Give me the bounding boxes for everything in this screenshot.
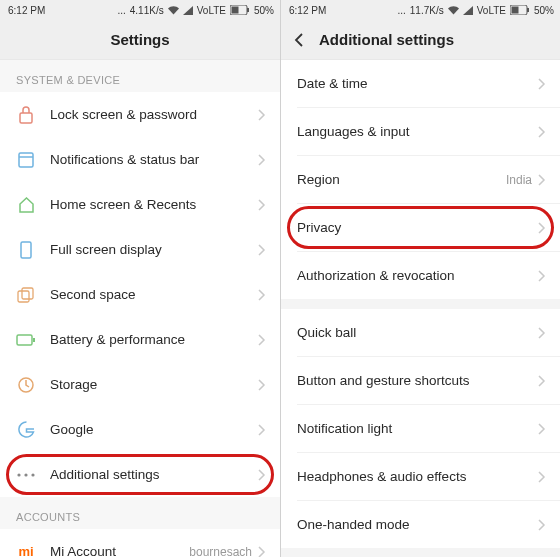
- svg-rect-9: [17, 335, 32, 345]
- row-privacy[interactable]: Privacy: [281, 204, 560, 251]
- row-one-handed[interactable]: One-handed mode: [281, 501, 560, 548]
- row-label: Notifications & status bar: [50, 152, 258, 167]
- mi-icon: mi: [16, 542, 36, 558]
- row-label: Home screen & Recents: [50, 197, 258, 212]
- row-second-space[interactable]: Second space: [0, 272, 280, 317]
- statusbar-icon: [16, 150, 36, 170]
- row-additional-settings[interactable]: Additional settings: [0, 452, 280, 497]
- row-lock-screen[interactable]: Lock screen & password: [0, 92, 280, 137]
- svg-rect-2: [231, 7, 238, 14]
- row-label: Storage: [50, 377, 258, 392]
- row-label: Additional settings: [50, 467, 258, 482]
- row-label: Button and gesture shortcuts: [297, 373, 538, 388]
- svg-rect-17: [511, 7, 518, 14]
- row-home-screen[interactable]: Home screen & Recents: [0, 182, 280, 227]
- display-icon: [16, 240, 36, 260]
- page-title: Settings: [110, 31, 169, 48]
- row-authorization[interactable]: Authorization & revocation: [281, 252, 560, 299]
- chevron-right-icon: [538, 78, 546, 90]
- svg-rect-6: [21, 242, 31, 258]
- row-region[interactable]: Region India: [281, 156, 560, 203]
- svg-rect-10: [33, 338, 35, 342]
- chevron-right-icon: [258, 199, 266, 211]
- chevron-right-icon: [258, 469, 266, 481]
- chevron-right-icon: [258, 334, 266, 346]
- row-label: Full screen display: [50, 242, 258, 257]
- row-storage[interactable]: Storage: [0, 362, 280, 407]
- row-label: Headphones & audio effects: [297, 469, 538, 484]
- row-label: Privacy: [297, 220, 538, 235]
- additional-settings-list: Date & time Languages & input Region Ind…: [281, 60, 560, 557]
- section-gap: [281, 299, 560, 309]
- row-google[interactable]: Google: [0, 407, 280, 452]
- row-quick-ball[interactable]: Quick ball: [281, 309, 560, 356]
- section-system-device: SYSTEM & DEVICE: [0, 60, 280, 92]
- svg-rect-1: [247, 8, 249, 12]
- status-bar: 6:12 PM ... 4.11K/s VoLTE 50%: [0, 0, 280, 20]
- row-button-gesture[interactable]: Button and gesture shortcuts: [281, 357, 560, 404]
- chevron-right-icon: [258, 424, 266, 436]
- app-bar: Additional settings: [281, 20, 560, 60]
- chevron-right-icon: [538, 270, 546, 282]
- battery-perf-icon: [16, 330, 36, 350]
- svg-point-12: [17, 473, 20, 476]
- svg-rect-8: [22, 288, 33, 299]
- wifi-icon: [448, 6, 459, 15]
- chevron-right-icon: [258, 244, 266, 256]
- chevron-right-icon: [258, 289, 266, 301]
- svg-rect-16: [527, 8, 529, 12]
- chevron-right-icon: [538, 519, 546, 531]
- row-label: Lock screen & password: [50, 107, 258, 122]
- row-battery[interactable]: Battery & performance: [0, 317, 280, 362]
- signal-icon: [463, 6, 473, 15]
- battery-icon: [230, 5, 250, 15]
- row-label: Authorization & revocation: [297, 268, 538, 283]
- settings-list: SYSTEM & DEVICE Lock screen & password N…: [0, 60, 280, 557]
- status-net: VoLTE: [477, 5, 506, 16]
- screen-settings: 6:12 PM ... 4.11K/s VoLTE 50% Settings S…: [0, 0, 280, 557]
- status-speed: 11.7K/s: [410, 5, 444, 16]
- row-mi-account[interactable]: mi Mi Account bournesach: [0, 529, 280, 557]
- battery-icon: [510, 5, 530, 15]
- row-notifications[interactable]: Notifications & status bar: [0, 137, 280, 182]
- chevron-right-icon: [258, 154, 266, 166]
- row-headphones[interactable]: Headphones & audio effects: [281, 453, 560, 500]
- chevron-right-icon: [538, 126, 546, 138]
- row-label: Battery & performance: [50, 332, 258, 347]
- status-time: 6:12 PM: [289, 5, 326, 16]
- svg-rect-4: [19, 153, 33, 167]
- more-icon: [16, 465, 36, 485]
- chevron-right-icon: [538, 222, 546, 234]
- second-space-icon: [16, 285, 36, 305]
- row-label: One-handed mode: [297, 517, 538, 532]
- screen-additional-settings: 6:12 PM ... 11.7K/s VoLTE 50% Additional…: [280, 0, 560, 557]
- chevron-right-icon: [258, 109, 266, 121]
- row-label: Region: [297, 172, 506, 187]
- chevron-right-icon: [538, 327, 546, 339]
- chevron-right-icon: [538, 423, 546, 435]
- row-languages[interactable]: Languages & input: [281, 108, 560, 155]
- signal-icon: [183, 6, 193, 15]
- storage-icon: [16, 375, 36, 395]
- status-net: VoLTE: [197, 5, 226, 16]
- row-full-screen[interactable]: Full screen display: [0, 227, 280, 272]
- row-label: Google: [50, 422, 258, 437]
- svg-rect-7: [18, 291, 29, 302]
- wifi-icon: [168, 6, 179, 15]
- row-date-time[interactable]: Date & time: [281, 60, 560, 107]
- svg-point-13: [24, 473, 27, 476]
- svg-point-14: [31, 473, 34, 476]
- row-label: Date & time: [297, 76, 538, 91]
- page-title: Additional settings: [319, 31, 454, 48]
- chevron-right-icon: [538, 375, 546, 387]
- status-time: 6:12 PM: [8, 5, 45, 16]
- status-battery: 50%: [254, 5, 274, 16]
- back-button[interactable]: [291, 32, 307, 48]
- row-notification-light[interactable]: Notification light: [281, 405, 560, 452]
- row-label: Quick ball: [297, 325, 538, 340]
- chevron-right-icon: [538, 174, 546, 186]
- row-label: Second space: [50, 287, 258, 302]
- row-label: Notification light: [297, 421, 538, 436]
- chevron-right-icon: [538, 471, 546, 483]
- status-speed: 4.11K/s: [130, 5, 164, 16]
